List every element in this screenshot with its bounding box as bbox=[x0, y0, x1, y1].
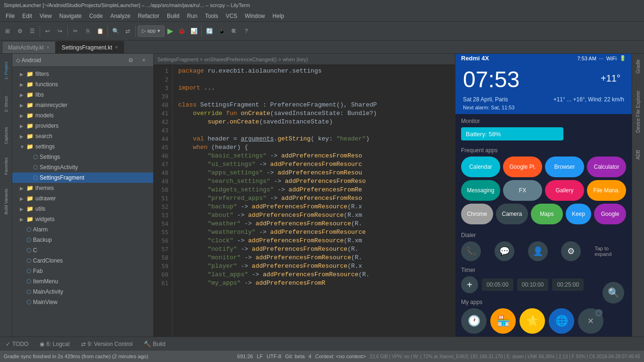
code-area[interactable]: 1 2 3 39 40 41 42 43 44 45 46 47 48 49 5… bbox=[154, 65, 455, 337]
toolbar-search[interactable]: 🔍 bbox=[110, 25, 121, 37]
device-file-explorer-tab[interactable]: Device File Explorer bbox=[634, 87, 643, 136]
toolbar-undo[interactable]: ↩ bbox=[42, 25, 53, 37]
dialer-settings-icon[interactable]: ⚙ bbox=[561, 241, 581, 261]
menu-item-file[interactable]: File bbox=[2, 10, 18, 21]
menu-item-vcs[interactable]: VCS bbox=[222, 10, 241, 21]
menu-item-navigate[interactable]: Navigate bbox=[56, 10, 85, 21]
myapp-close[interactable]: − × bbox=[578, 308, 603, 334]
tree-item-settingsactivity[interactable]: ⬡ SettingsActivity bbox=[12, 162, 153, 173]
app-maps[interactable]: Maps bbox=[531, 204, 563, 224]
sidebar-btn-2[interactable]: × bbox=[138, 55, 149, 66]
menu-item-view[interactable]: View bbox=[36, 10, 56, 21]
tree-item-mainactivity[interactable]: ⬡ MainActivity bbox=[12, 287, 153, 297]
toolbar-run-button[interactable]: ▶ bbox=[165, 26, 175, 35]
app-calendar[interactable]: Calendar bbox=[461, 156, 500, 177]
timer-preset-1[interactable]: 00:05:00 bbox=[482, 279, 513, 291]
adb-tab[interactable]: ADB bbox=[634, 146, 643, 164]
app-google[interactable]: Google bbox=[594, 204, 626, 224]
tab-mainactivity[interactable]: MainActivity.kt × bbox=[2, 41, 56, 53]
myapp-clock[interactable]: 🕐 bbox=[461, 308, 487, 334]
app-gallery[interactable]: Gallery bbox=[545, 180, 584, 201]
toolbar-profile[interactable]: 📊 bbox=[188, 25, 199, 37]
tree-item-fab[interactable]: ⬡ Fab bbox=[12, 266, 153, 276]
tree-item-udrawer[interactable]: ▶ 📁 udrawer bbox=[12, 193, 153, 204]
menu-item-tools[interactable]: Tools bbox=[201, 10, 222, 21]
tree-item-search[interactable]: ▶ 📁 search bbox=[12, 131, 153, 141]
tree-item-mainrecycler[interactable]: ▶ 📁 mainrecycler bbox=[12, 100, 153, 110]
toolbar-avd[interactable]: 📱 bbox=[216, 25, 227, 37]
phone-search-fab[interactable]: 🔍 bbox=[603, 282, 624, 304]
myapp-browser[interactable]: 🌐 bbox=[549, 308, 574, 334]
menu-item-build[interactable]: Build bbox=[163, 10, 183, 21]
toolbar-btn-2[interactable]: ⚙ bbox=[14, 25, 25, 37]
tab-settingsfragment[interactable]: SettingsFragment.kt × bbox=[56, 41, 124, 53]
menu-item-refactor[interactable]: Refactor bbox=[134, 10, 163, 21]
app-keep[interactable]: Keep bbox=[566, 204, 591, 224]
logcat-tab[interactable]: ◉ 6: Logcat bbox=[38, 337, 71, 351]
tree-item-widgets[interactable]: ▶ 📁 widgets bbox=[12, 214, 153, 224]
tree-item-backup[interactable]: ⬡ Backup bbox=[12, 235, 153, 245]
sidebar-btn-1[interactable]: ⚙ bbox=[125, 55, 136, 66]
panel-captures[interactable]: Captures bbox=[1, 123, 11, 148]
timer-preset-2[interactable]: 00:10:00 bbox=[517, 279, 549, 291]
app-google-play[interactable]: Google Pl. bbox=[503, 156, 542, 177]
gradle-tab[interactable]: Gradle bbox=[634, 56, 643, 77]
toolbar-sync[interactable]: 🔄 bbox=[204, 25, 215, 37]
app-calculator[interactable]: Calculator bbox=[587, 156, 626, 177]
myapp-store[interactable]: 🏪 bbox=[490, 308, 516, 334]
menu-item-help[interactable]: Help bbox=[269, 10, 288, 21]
todo-tab[interactable]: ✓ TODO bbox=[4, 337, 30, 351]
tree-item-settingsfragment[interactable]: ⬡ SettingsFragment bbox=[12, 173, 153, 183]
timer-add-button[interactable]: + bbox=[461, 276, 478, 293]
toolbar-btn-1[interactable]: ⊞ bbox=[2, 25, 13, 37]
menu-item-analyze[interactable]: Analyze bbox=[107, 10, 134, 21]
tree-item-itemmenu[interactable]: ⬡ ItemMenu bbox=[12, 276, 153, 287]
app-file-manager[interactable]: File Mana. bbox=[587, 180, 626, 201]
dialer-phone-icon[interactable]: 📞 bbox=[461, 241, 481, 261]
menu-item-code[interactable]: Code bbox=[85, 10, 107, 21]
tree-item-libs[interactable]: ▶ 📁 libs bbox=[12, 90, 153, 100]
tree-item-settings-folder[interactable]: ▼ 📁 settings bbox=[12, 141, 153, 152]
toolbar-redo[interactable]: ↪ bbox=[54, 25, 66, 37]
app-browser[interactable]: Browser bbox=[545, 156, 584, 177]
app-messaging[interactable]: Messaging bbox=[461, 180, 500, 201]
tree-item-functions[interactable]: ▶ 📁 functions bbox=[12, 79, 153, 90]
toolbar-sdk[interactable]: 🛠 bbox=[228, 25, 239, 37]
tab-mainactivity-close[interactable]: × bbox=[47, 45, 50, 50]
timer-preset-3[interactable]: 00:25:00 bbox=[552, 279, 584, 291]
dialer-sms-icon[interactable]: 💬 bbox=[495, 241, 514, 261]
toolbar-btn-3[interactable]: ☰ bbox=[26, 25, 38, 37]
tree-item-themes[interactable]: ▶ 📁 themes bbox=[12, 183, 153, 193]
menu-item-run[interactable]: Run bbox=[183, 10, 201, 21]
toolbar-replace[interactable]: ⇄ bbox=[122, 25, 133, 37]
toolbar-help[interactable]: ? bbox=[240, 25, 252, 37]
tree-item-mainview[interactable]: ⬡ MainView bbox=[12, 297, 153, 307]
app-camera[interactable]: Camera bbox=[496, 204, 528, 224]
build-tab[interactable]: 🔨 Build bbox=[142, 337, 167, 351]
tree-item-models[interactable]: ▶ 📁 models bbox=[12, 110, 153, 121]
tree-item-filters[interactable]: ▶ 📁 filters bbox=[12, 69, 153, 79]
tree-item-settings-kt[interactable]: ⬡ Settings bbox=[12, 152, 153, 162]
toolbar-app-selector[interactable]: ▷ app ▾ bbox=[138, 25, 165, 37]
tree-item-alarm[interactable]: ⬡ Alarm bbox=[12, 224, 153, 235]
panel-favorites[interactable]: Favorites bbox=[1, 153, 11, 179]
tree-item-utils[interactable]: ▶ 📁 utils bbox=[12, 204, 153, 214]
app-fx[interactable]: FX bbox=[503, 180, 542, 201]
menu-item-window[interactable]: Window bbox=[241, 10, 269, 21]
app-chrome[interactable]: Chrome bbox=[461, 204, 493, 224]
tab-settingsfragment-close[interactable]: × bbox=[115, 45, 118, 50]
tree-item-providers[interactable]: ▶ 📁 providers bbox=[12, 121, 153, 131]
panel-build-variants[interactable]: Build Variants bbox=[1, 184, 11, 219]
version-control-tab[interactable]: ⇄ 9: Version Control bbox=[79, 337, 134, 351]
code-text[interactable]: package ru.execbit.aiolauncher.settings … bbox=[173, 65, 455, 337]
myapp-yellow[interactable]: 🌟 bbox=[520, 308, 545, 334]
toolbar-copy[interactable]: ⎘ bbox=[82, 25, 93, 37]
tree-item-c[interactable]: ⬡ C bbox=[12, 245, 153, 255]
panel-structure[interactable]: 2: Struct. bbox=[1, 90, 11, 118]
tree-item-cardclones[interactable]: ⬡ CardClones bbox=[12, 255, 153, 266]
tap-to-expand[interactable]: Tap to expand bbox=[594, 246, 626, 257]
dialer-contacts-icon[interactable]: 👤 bbox=[528, 241, 548, 261]
panel-project[interactable]: 1: Project bbox=[1, 57, 11, 85]
toolbar-cut[interactable]: ✂ bbox=[70, 25, 81, 37]
toolbar-debug[interactable]: 🐞 bbox=[176, 25, 187, 37]
